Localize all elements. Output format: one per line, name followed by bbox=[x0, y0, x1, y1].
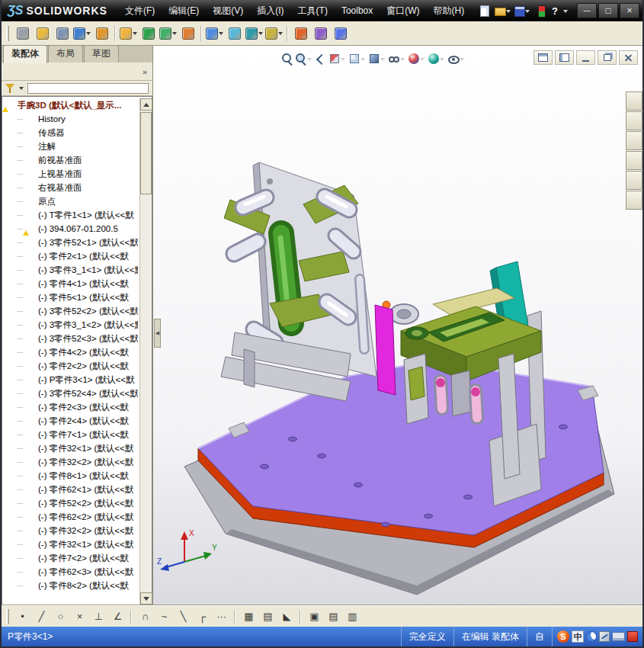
tree-item[interactable]: (-) 零件2<3> (默认<<默 bbox=[2, 400, 138, 414]
tree-item[interactable]: (-) 3零件52<3> (默认<<默 bbox=[2, 332, 138, 345]
toolbar-button[interactable] bbox=[139, 24, 159, 43]
dropdown-arrow-icon[interactable] bbox=[505, 7, 511, 15]
tree-item[interactable]: 注解 bbox=[2, 140, 138, 153]
dropdown-arrow-icon[interactable] bbox=[306, 55, 312, 63]
sketch-tool-button[interactable]: • bbox=[13, 608, 32, 625]
tree-item[interactable]: (-) 零件7<1> (默认<<默 bbox=[2, 428, 138, 441]
tree-item[interactable]: (-) 394.067-01.200.5 bbox=[2, 222, 138, 236]
quick-icon[interactable]: ? bbox=[551, 2, 569, 19]
sketch-tool-button[interactable]: ▣ bbox=[305, 608, 324, 625]
toolbar-button[interactable] bbox=[13, 24, 33, 43]
tree-item[interactable]: 手腕3D (默认<默认_显示... bbox=[2, 98, 138, 112]
sketch-tool-button[interactable]: ▥ bbox=[343, 608, 362, 625]
tree-item[interactable]: (-) 3零件52<2> (默认<<默 bbox=[2, 304, 138, 318]
document-window-button[interactable] bbox=[533, 50, 553, 65]
base-plate[interactable] bbox=[184, 361, 614, 595]
document-window-button[interactable] bbox=[576, 50, 595, 65]
quick-icon[interactable] bbox=[513, 2, 531, 19]
sketch-tool-button[interactable]: ▤ bbox=[324, 608, 343, 625]
ime-icon[interactable] bbox=[586, 631, 597, 642]
sketch-tool-button[interactable]: ▦ bbox=[239, 608, 258, 625]
menu-item[interactable]: 帮助(H) bbox=[427, 0, 472, 21]
task-pane-button[interactable] bbox=[626, 151, 642, 170]
view-tool-button[interactable] bbox=[314, 50, 328, 67]
toolbar-button[interactable] bbox=[245, 24, 264, 43]
ime-icon[interactable]: S bbox=[557, 630, 569, 643]
tree-item[interactable]: (-) 3零件3_1<1> (默认<<默 bbox=[2, 263, 138, 277]
tree-item[interactable]: (-) 3零件52<1> (默认<<默 bbox=[2, 236, 138, 249]
dropdown-arrow-icon[interactable] bbox=[360, 55, 366, 63]
toolbar-button[interactable] bbox=[205, 24, 225, 43]
document-tab[interactable]: 布局 bbox=[48, 45, 83, 63]
document-tab[interactable]: 装配体 bbox=[3, 45, 47, 63]
toolbar-grip[interactable] bbox=[6, 26, 9, 41]
view-tool-button[interactable] bbox=[447, 50, 466, 67]
document-tab[interactable]: 草图 bbox=[84, 45, 119, 63]
menu-item[interactable]: 文件(F) bbox=[118, 0, 162, 21]
scrollbar-thumb[interactable] bbox=[140, 112, 152, 194]
view-tool-button[interactable] bbox=[328, 50, 348, 67]
quick-icon[interactable] bbox=[475, 2, 493, 19]
sketch-tool-button[interactable]: ┌ bbox=[193, 608, 212, 625]
tree-item[interactable]: (-) 零件4<2> (默认<<默 bbox=[2, 345, 138, 359]
view-tool-button[interactable] bbox=[407, 50, 427, 67]
tree-item[interactable]: (-) T零件1<1> (默认<<默 bbox=[2, 208, 138, 222]
menu-item[interactable]: 视图(V) bbox=[206, 0, 250, 21]
dropdown-arrow-icon[interactable] bbox=[524, 7, 530, 15]
tree-item[interactable]: (-) 零件2<4> (默认<<默 bbox=[2, 414, 138, 428]
ime-icon[interactable]: 中 bbox=[572, 630, 584, 643]
tree-item[interactable]: (-) 零件8<1> (默认<<默 bbox=[2, 469, 138, 483]
dropdown-arrow-icon[interactable] bbox=[277, 29, 284, 37]
view-tool-button[interactable] bbox=[294, 50, 314, 67]
window-control-button[interactable]: □ bbox=[598, 3, 618, 18]
task-pane-button[interactable] bbox=[626, 111, 642, 130]
dropdown-arrow-icon[interactable] bbox=[419, 55, 425, 63]
dropdown-arrow-icon[interactable] bbox=[459, 55, 465, 63]
tree-item[interactable]: 原点 bbox=[2, 194, 138, 208]
view-tool-button[interactable] bbox=[280, 50, 294, 67]
tree-item[interactable]: (-) 零件52<2> (默认<<默 bbox=[2, 496, 138, 510]
document-window-button[interactable] bbox=[598, 50, 617, 65]
tree-item[interactable]: (-) P零件3<1> (默认<<默 bbox=[2, 373, 138, 387]
filter-icon[interactable] bbox=[5, 83, 15, 93]
menu-item[interactable]: 编辑(E) bbox=[162, 0, 206, 21]
dropdown-arrow-icon[interactable] bbox=[380, 55, 386, 63]
toolbar-button[interactable] bbox=[291, 24, 311, 43]
task-pane-button[interactable] bbox=[626, 191, 642, 210]
toolbar-button[interactable] bbox=[53, 24, 72, 43]
tree-item[interactable]: (-) 零件62<1> (默认<<默 bbox=[2, 483, 138, 496]
document-window-button[interactable] bbox=[555, 50, 574, 65]
dropdown-arrow-icon[interactable] bbox=[171, 29, 178, 37]
tree-item[interactable]: 传感器 bbox=[2, 126, 138, 140]
view-tool-button[interactable] bbox=[427, 50, 447, 67]
tree-item[interactable]: (-) 零件62<2> (默认<<默 bbox=[2, 510, 138, 524]
sketch-tool-button[interactable]: × bbox=[70, 608, 89, 625]
toolbar-button[interactable] bbox=[159, 24, 178, 43]
dropdown-arrow-icon[interactable] bbox=[218, 29, 224, 37]
window-control-button[interactable]: ─ bbox=[577, 3, 597, 18]
menu-item[interactable]: 窗口(W) bbox=[380, 0, 426, 21]
tree-item[interactable]: 上视基准面 bbox=[2, 167, 138, 181]
panel-tab-button[interactable] bbox=[5, 64, 21, 79]
tree-item[interactable]: (-) 零件8<2> (默认<<默 bbox=[2, 579, 138, 592]
tree-item[interactable]: (-) 零件32<2> (默认<<默 bbox=[2, 524, 138, 537]
filter-input[interactable] bbox=[27, 83, 149, 94]
tree-item[interactable]: (-) 零件62<3> (默认<<默 bbox=[2, 565, 138, 579]
toolbar-button[interactable] bbox=[119, 24, 139, 43]
ime-icon[interactable] bbox=[612, 632, 625, 641]
dropdown-arrow-icon[interactable] bbox=[132, 29, 138, 37]
panel-overflow-chevron[interactable]: » bbox=[140, 67, 149, 76]
toolbar-button[interactable] bbox=[225, 24, 245, 43]
tree-scrollbar[interactable] bbox=[139, 98, 152, 605]
sketch-tool-button[interactable]: ◣ bbox=[277, 608, 296, 625]
tree-item[interactable]: (-) 零件2<2> (默认<<默 bbox=[2, 359, 138, 373]
quick-icon[interactable] bbox=[532, 2, 550, 19]
toolbar-button[interactable] bbox=[72, 24, 92, 43]
task-pane-button[interactable] bbox=[626, 91, 642, 111]
task-pane-button[interactable] bbox=[626, 171, 642, 190]
tree-item[interactable]: (-) 零件5<1> (默认<<默 bbox=[2, 290, 138, 304]
toolbar-button[interactable] bbox=[264, 24, 284, 43]
sketch-tool-button[interactable]: ╱ bbox=[32, 608, 51, 625]
toolbar-button[interactable] bbox=[331, 24, 351, 43]
sketch-tool-button[interactable]: ▤ bbox=[258, 608, 277, 625]
